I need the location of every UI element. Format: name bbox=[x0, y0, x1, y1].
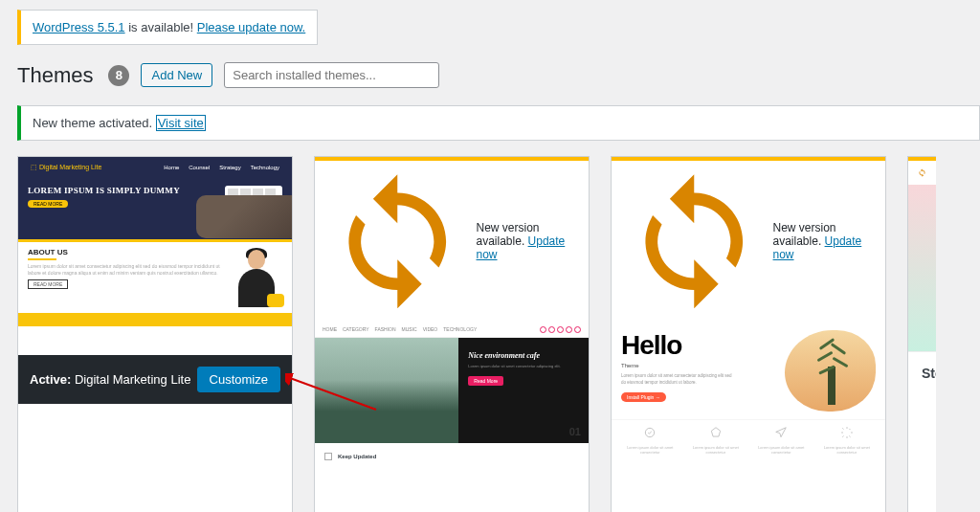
theme-screenshot: ⬚ Digital Marketing Lite Home Counsel St… bbox=[18, 157, 292, 355]
refresh-icon bbox=[918, 168, 926, 177]
refresh-icon bbox=[324, 168, 471, 315]
add-new-button[interactable]: Add New bbox=[141, 63, 212, 87]
theme-update-notice: New version available. Update now bbox=[315, 157, 589, 323]
theme-screenshot: Hello Theme Lorem ipsum dolor sit amet c… bbox=[612, 323, 885, 512]
theme-count-badge: 8 bbox=[108, 65, 129, 86]
themes-grid: ⬚ Digital Marketing Lite Home Counsel St… bbox=[17, 156, 963, 512]
refresh-icon bbox=[621, 168, 768, 315]
theme-activated-notice: New theme activated. Visit site bbox=[17, 105, 980, 141]
search-themes-input[interactable] bbox=[224, 62, 439, 88]
page-title: Themes bbox=[17, 63, 93, 88]
theme-card[interactable]: New version available. Update now HOMECA… bbox=[314, 156, 590, 512]
page-header: Themes 8 Add New bbox=[17, 62, 963, 88]
update-now-link[interactable]: Please update now. bbox=[197, 20, 305, 34]
theme-card[interactable]: New version available. Update now Hello … bbox=[611, 156, 886, 512]
theme-name: Sto bbox=[908, 351, 936, 394]
theme-update-notice: New version available. Update now bbox=[612, 157, 885, 323]
visit-site-link[interactable]: Visit site bbox=[156, 115, 206, 131]
theme-card-active[interactable]: ⬚ Digital Marketing Lite Home Counsel St… bbox=[17, 156, 293, 512]
theme-screenshot bbox=[908, 185, 936, 351]
active-theme-bar: Active: Digital Marketing Lite Customize bbox=[18, 355, 292, 404]
theme-screenshot: HOMECATEGORYFASHIONMUSICVIDEOTECHNOLOGY … bbox=[315, 323, 589, 512]
customize-button[interactable]: Customize bbox=[197, 367, 280, 392]
wp-update-notice: WordPress 5.5.1 is available! Please upd… bbox=[17, 10, 318, 45]
theme-card[interactable]: Sto bbox=[907, 156, 936, 512]
wp-version-link[interactable]: WordPress 5.5.1 bbox=[33, 20, 125, 34]
theme-update-notice bbox=[908, 157, 936, 185]
